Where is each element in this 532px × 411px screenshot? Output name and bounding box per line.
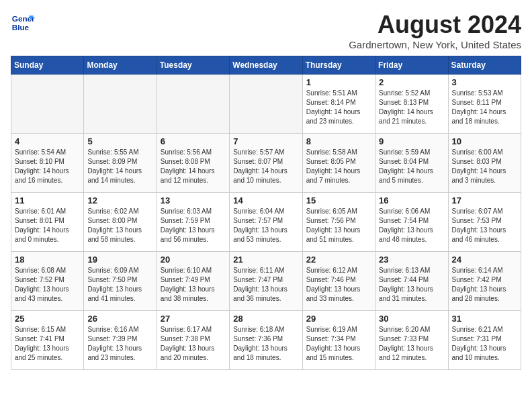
weekday-header-friday: Friday: [375, 56, 448, 75]
calendar-cell: 21Sunrise: 6:11 AM Sunset: 7:47 PM Dayli…: [230, 252, 302, 311]
calendar-cell: 13Sunrise: 6:03 AM Sunset: 7:59 PM Dayli…: [157, 193, 229, 252]
day-number: 21: [233, 255, 298, 265]
day-number: 9: [379, 136, 444, 146]
day-number: 11: [15, 195, 80, 205]
day-number: 24: [452, 255, 517, 265]
calendar-cell: 15Sunrise: 6:05 AM Sunset: 7:56 PM Dayli…: [302, 193, 375, 252]
calendar-cell: 19Sunrise: 6:09 AM Sunset: 7:50 PM Dayli…: [84, 252, 157, 311]
calendar-cell: 7Sunrise: 5:57 AM Sunset: 8:07 PM Daylig…: [230, 134, 302, 193]
title-section: August 2024 Gardnertown, New York, Unite…: [349, 11, 521, 50]
day-info: Sunrise: 6:20 AM Sunset: 7:33 PM Dayligh…: [379, 325, 444, 363]
day-info: Sunrise: 5:52 AM Sunset: 8:13 PM Dayligh…: [379, 89, 444, 126]
calendar-cell: 20Sunrise: 6:10 AM Sunset: 7:49 PM Dayli…: [157, 252, 229, 311]
day-info: Sunrise: 6:19 AM Sunset: 7:34 PM Dayligh…: [306, 325, 371, 363]
weekday-header-monday: Monday: [84, 56, 157, 75]
day-number: 22: [306, 255, 371, 265]
calendar-cell: 27Sunrise: 6:17 AM Sunset: 7:38 PM Dayli…: [157, 311, 229, 370]
calendar-cell: 9Sunrise: 5:59 AM Sunset: 8:04 PM Daylig…: [375, 134, 448, 193]
day-info: Sunrise: 6:13 AM Sunset: 7:44 PM Dayligh…: [379, 266, 444, 304]
day-info: Sunrise: 6:05 AM Sunset: 7:56 PM Dayligh…: [306, 207, 371, 244]
weekday-header-saturday: Saturday: [448, 56, 521, 75]
day-info: Sunrise: 6:17 AM Sunset: 7:38 PM Dayligh…: [161, 325, 226, 363]
day-info: Sunrise: 6:14 AM Sunset: 7:42 PM Dayligh…: [452, 266, 517, 304]
calendar-cell: [84, 75, 157, 134]
calendar-cell: 25Sunrise: 6:15 AM Sunset: 7:41 PM Dayli…: [11, 311, 84, 370]
day-number: 7: [233, 136, 298, 146]
day-number: 23: [379, 255, 444, 265]
calendar-title: August 2024: [349, 11, 521, 39]
day-number: 19: [87, 255, 152, 265]
calendar-week-row: 25Sunrise: 6:15 AM Sunset: 7:41 PM Dayli…: [11, 311, 521, 370]
day-number: 28: [233, 314, 298, 324]
day-number: 6: [161, 136, 226, 146]
day-number: 3: [452, 77, 517, 87]
day-number: 12: [87, 195, 152, 205]
calendar-cell: 22Sunrise: 6:12 AM Sunset: 7:46 PM Dayli…: [302, 252, 375, 311]
calendar-table: SundayMondayTuesdayWednesdayThursdayFrid…: [11, 56, 521, 370]
calendar-cell: 4Sunrise: 5:54 AM Sunset: 8:10 PM Daylig…: [11, 134, 84, 193]
day-number: 10: [452, 136, 517, 146]
calendar-cell: 31Sunrise: 6:21 AM Sunset: 7:31 PM Dayli…: [448, 311, 521, 370]
day-info: Sunrise: 6:06 AM Sunset: 7:54 PM Dayligh…: [379, 207, 444, 244]
day-info: Sunrise: 6:10 AM Sunset: 7:49 PM Dayligh…: [161, 266, 226, 304]
calendar-cell: 30Sunrise: 6:20 AM Sunset: 7:33 PM Dayli…: [375, 311, 448, 370]
day-number: 15: [306, 195, 371, 205]
calendar-cell: 6Sunrise: 5:56 AM Sunset: 8:08 PM Daylig…: [157, 134, 229, 193]
day-number: 14: [233, 195, 298, 205]
day-info: Sunrise: 5:58 AM Sunset: 8:05 PM Dayligh…: [306, 148, 371, 185]
day-info: Sunrise: 5:51 AM Sunset: 8:14 PM Dayligh…: [306, 89, 371, 126]
day-info: Sunrise: 6:11 AM Sunset: 7:47 PM Dayligh…: [233, 266, 298, 304]
calendar-cell: 28Sunrise: 6:18 AM Sunset: 7:36 PM Dayli…: [230, 311, 302, 370]
calendar-cell: 8Sunrise: 5:58 AM Sunset: 8:05 PM Daylig…: [302, 134, 375, 193]
calendar-cell: 23Sunrise: 6:13 AM Sunset: 7:44 PM Dayli…: [375, 252, 448, 311]
calendar-cell: [157, 75, 229, 134]
day-info: Sunrise: 5:59 AM Sunset: 8:04 PM Dayligh…: [379, 148, 444, 185]
day-info: Sunrise: 5:54 AM Sunset: 8:10 PM Dayligh…: [15, 148, 80, 185]
calendar-cell: 11Sunrise: 6:01 AM Sunset: 8:01 PM Dayli…: [11, 193, 84, 252]
calendar-cell: 29Sunrise: 6:19 AM Sunset: 7:34 PM Dayli…: [302, 311, 375, 370]
weekday-header-thursday: Thursday: [302, 56, 375, 75]
day-number: 5: [87, 136, 152, 146]
day-number: 16: [379, 195, 444, 205]
logo-icon: General Blue: [11, 11, 35, 35]
calendar-subtitle: Gardnertown, New York, United States: [349, 39, 521, 50]
calendar-cell: 18Sunrise: 6:08 AM Sunset: 7:52 PM Dayli…: [11, 252, 84, 311]
day-number: 18: [15, 255, 80, 265]
logo: General Blue: [11, 11, 35, 35]
day-info: Sunrise: 6:04 AM Sunset: 7:57 PM Dayligh…: [233, 207, 298, 244]
day-info: Sunrise: 6:09 AM Sunset: 7:50 PM Dayligh…: [87, 266, 152, 304]
calendar-week-row: 11Sunrise: 6:01 AM Sunset: 8:01 PM Dayli…: [11, 193, 521, 252]
day-info: Sunrise: 6:21 AM Sunset: 7:31 PM Dayligh…: [452, 325, 517, 363]
calendar-cell: [11, 75, 84, 134]
day-info: Sunrise: 5:55 AM Sunset: 8:09 PM Dayligh…: [87, 148, 152, 185]
day-number: 26: [87, 314, 152, 324]
calendar-cell: 1Sunrise: 5:51 AM Sunset: 8:14 PM Daylig…: [302, 75, 375, 134]
day-number: 29: [306, 314, 371, 324]
weekday-header-tuesday: Tuesday: [157, 56, 229, 75]
day-number: 1: [306, 77, 371, 87]
calendar-week-row: 18Sunrise: 6:08 AM Sunset: 7:52 PM Dayli…: [11, 252, 521, 311]
day-info: Sunrise: 6:01 AM Sunset: 8:01 PM Dayligh…: [15, 207, 80, 244]
svg-text:Blue: Blue: [12, 23, 30, 32]
day-info: Sunrise: 6:07 AM Sunset: 7:53 PM Dayligh…: [452, 207, 517, 244]
calendar-cell: 24Sunrise: 6:14 AM Sunset: 7:42 PM Dayli…: [448, 252, 521, 311]
calendar-week-row: 1Sunrise: 5:51 AM Sunset: 8:14 PM Daylig…: [11, 75, 521, 134]
day-info: Sunrise: 6:08 AM Sunset: 7:52 PM Dayligh…: [15, 266, 80, 304]
day-number: 17: [452, 195, 517, 205]
day-info: Sunrise: 6:16 AM Sunset: 7:39 PM Dayligh…: [87, 325, 152, 363]
day-number: 4: [15, 136, 80, 146]
page-header: General Blue August 2024 Gardnertown, Ne…: [11, 11, 521, 50]
calendar-cell: 5Sunrise: 5:55 AM Sunset: 8:09 PM Daylig…: [84, 134, 157, 193]
calendar-cell: 10Sunrise: 6:00 AM Sunset: 8:03 PM Dayli…: [448, 134, 521, 193]
day-number: 31: [452, 314, 517, 324]
day-number: 30: [379, 314, 444, 324]
day-info: Sunrise: 6:03 AM Sunset: 7:59 PM Dayligh…: [161, 207, 226, 244]
calendar-cell: 16Sunrise: 6:06 AM Sunset: 7:54 PM Dayli…: [375, 193, 448, 252]
calendar-week-row: 4Sunrise: 5:54 AM Sunset: 8:10 PM Daylig…: [11, 134, 521, 193]
day-number: 25: [15, 314, 80, 324]
day-info: Sunrise: 5:57 AM Sunset: 8:07 PM Dayligh…: [233, 148, 298, 185]
calendar-cell: 14Sunrise: 6:04 AM Sunset: 7:57 PM Dayli…: [230, 193, 302, 252]
weekday-header-sunday: Sunday: [11, 56, 84, 75]
calendar-cell: 17Sunrise: 6:07 AM Sunset: 7:53 PM Dayli…: [448, 193, 521, 252]
day-info: Sunrise: 6:12 AM Sunset: 7:46 PM Dayligh…: [306, 266, 371, 304]
